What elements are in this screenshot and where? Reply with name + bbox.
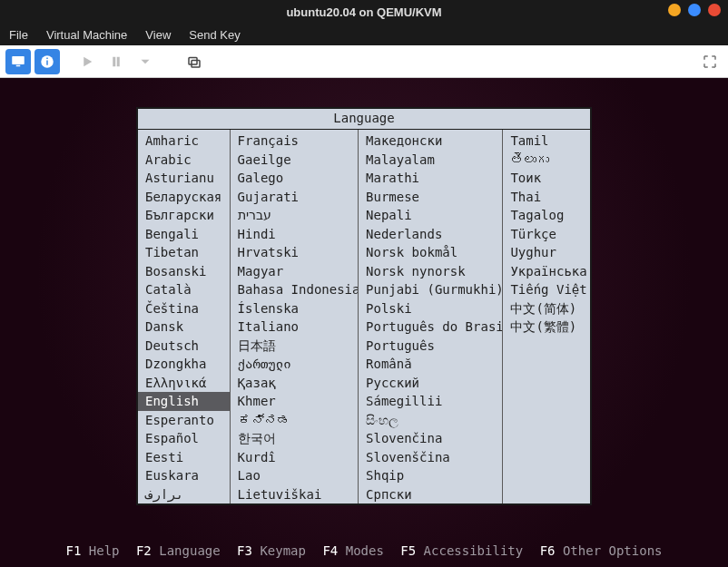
language-option[interactable]: Gujarati [236, 188, 352, 207]
menu-file[interactable]: File [9, 28, 28, 42]
language-option[interactable]: 한국어 [236, 429, 352, 448]
f6-key[interactable]: F6 [540, 543, 556, 558]
monitor-icon [10, 54, 26, 70]
language-option[interactable]: Deutsch [143, 337, 224, 356]
language-option[interactable]: Македонски [364, 132, 497, 151]
language-option[interactable]: Қазақ [236, 374, 352, 393]
menu-view[interactable]: View [145, 28, 171, 42]
language-option[interactable]: Русский [364, 374, 497, 393]
language-option[interactable]: Tamil [508, 132, 585, 151]
f5-key[interactable]: F5 [400, 543, 416, 558]
language-option[interactable]: తెలుగు [508, 151, 585, 170]
language-option[interactable]: Khmer [236, 392, 352, 411]
language-option[interactable]: Português [364, 337, 497, 356]
shutdown-menu-button[interactable] [133, 49, 158, 74]
svg-rect-1 [16, 64, 21, 66]
language-option[interactable]: עברית [236, 206, 352, 225]
language-option[interactable]: English [138, 392, 230, 411]
f3-key[interactable]: F3 [237, 543, 252, 558]
f1-key[interactable]: F1 [65, 543, 81, 558]
language-option[interactable]: ىرارف [143, 485, 224, 504]
language-option[interactable]: Slovenščina [364, 448, 497, 467]
language-option[interactable]: සිංහල [364, 411, 497, 430]
language-option[interactable]: Hindi [236, 225, 352, 244]
language-option[interactable]: Türkçe [508, 225, 585, 244]
language-option[interactable]: Galego [236, 169, 352, 188]
language-option[interactable]: Українська [508, 262, 585, 281]
svg-rect-4 [46, 57, 48, 59]
pause-button[interactable] [103, 49, 129, 74]
language-option[interactable]: Slovenčina [364, 429, 497, 448]
language-option[interactable]: Íslenska [236, 299, 352, 318]
svg-rect-3 [46, 60, 48, 64]
language-option[interactable]: Српски [364, 485, 497, 504]
language-option[interactable]: Български [143, 206, 224, 225]
language-option[interactable]: Gaeilge [236, 151, 352, 170]
language-option[interactable]: 中文(繁體) [508, 318, 585, 337]
language-option[interactable]: Lao [236, 466, 352, 485]
language-option[interactable]: Français [236, 132, 352, 151]
run-button[interactable] [74, 49, 100, 74]
language-option[interactable]: Euskara [143, 466, 224, 485]
language-option[interactable]: Dansk [143, 318, 224, 337]
language-option[interactable]: Italiano [236, 318, 352, 337]
f3-label: Keymap [260, 543, 306, 558]
menu-send-key[interactable]: Send Key [189, 28, 240, 42]
language-option[interactable]: Kurdî [236, 448, 352, 467]
language-option[interactable]: Nederlands [364, 225, 497, 244]
f4-key[interactable]: F4 [322, 543, 338, 558]
language-option[interactable]: Tiếng Việt [508, 280, 585, 299]
language-option[interactable]: ქართული [236, 355, 352, 374]
language-option[interactable]: Тоик [508, 169, 585, 188]
language-option[interactable]: ಕನ್ನಡ [236, 411, 352, 430]
language-option[interactable]: Dzongkha [143, 355, 224, 374]
language-option[interactable]: Burmese [364, 188, 497, 207]
language-option[interactable]: Bosanski [143, 262, 224, 281]
language-option[interactable]: Nepali [364, 206, 497, 225]
language-option[interactable]: Español [143, 429, 224, 448]
language-option[interactable]: Беларуская [143, 188, 224, 207]
language-option[interactable]: Norsk nynorsk [364, 262, 497, 281]
language-option[interactable]: Uyghur [508, 243, 585, 262]
language-option[interactable]: Română [364, 355, 497, 374]
language-option[interactable]: Thai [508, 188, 585, 207]
details-button[interactable] [34, 49, 60, 74]
window-maximize-button[interactable] [688, 4, 701, 16]
language-option[interactable]: Polski [364, 299, 497, 318]
language-option[interactable]: Esperanto [143, 411, 224, 430]
language-option[interactable]: Català [143, 280, 224, 299]
menu-virtual-machine[interactable]: Virtual Machine [46, 28, 127, 42]
language-option[interactable]: Amharic [143, 132, 224, 151]
console-button[interactable] [5, 49, 31, 74]
fullscreen-button[interactable] [697, 49, 723, 74]
language-option[interactable]: Shqip [364, 466, 497, 485]
language-option[interactable]: Magyar [236, 262, 352, 281]
snapshots-button[interactable] [182, 49, 207, 74]
language-option[interactable]: Arabic [143, 151, 224, 170]
language-option[interactable]: Sámegillii [364, 392, 497, 411]
window-minimize-button[interactable] [668, 4, 681, 16]
language-option[interactable]: Čeština [143, 299, 224, 318]
svg-marker-8 [142, 59, 150, 64]
language-option[interactable]: Tagalog [508, 206, 585, 225]
vm-display[interactable]: Language AmharicArabicAsturianuБеларуска… [0, 78, 728, 567]
window-close-button[interactable] [708, 4, 721, 16]
f2-key[interactable]: F2 [136, 543, 152, 558]
language-option[interactable]: Tibetan [143, 243, 224, 262]
language-option[interactable]: 日本語 [236, 337, 352, 356]
language-option[interactable]: Português do Brasil [364, 318, 497, 337]
language-option[interactable]: Marathi [364, 169, 497, 188]
language-column: FrançaisGaeilgeGalegoGujaratiעבריתHindiH… [231, 130, 359, 503]
titlebar: ubuntu20.04 on QEMU/KVM [0, 0, 728, 24]
language-option[interactable]: 中文(简体) [508, 299, 585, 318]
language-option[interactable]: Bahasa Indonesia [236, 280, 352, 299]
language-option[interactable]: Bengali [143, 225, 224, 244]
language-option[interactable]: Asturianu [143, 169, 224, 188]
language-option[interactable]: Malayalam [364, 151, 497, 170]
language-option[interactable]: Norsk bokmål [364, 243, 497, 262]
language-option[interactable]: Punjabi (Gurmukhi) [364, 280, 497, 299]
language-option[interactable]: Lietuviškai [236, 485, 352, 504]
language-option[interactable]: Ελληνικά [143, 374, 224, 393]
language-option[interactable]: Hrvatski [236, 243, 352, 262]
language-option[interactable]: Eesti [143, 448, 224, 467]
